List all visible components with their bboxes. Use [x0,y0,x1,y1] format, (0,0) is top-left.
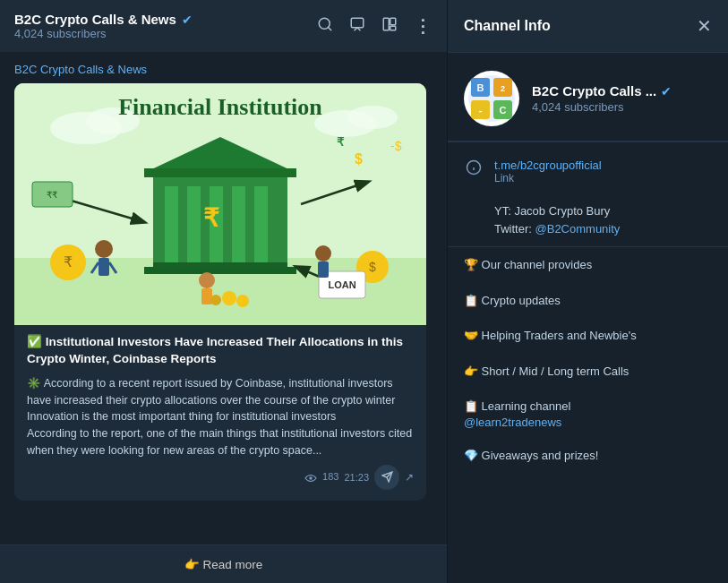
right-panel: Channel Info ✕ B 2 - C B2C Crypto [448,0,728,583]
more-icon[interactable]: ⋮ [414,15,433,37]
feature-2: 📋 Crypto updates [464,292,712,310]
chat-title: B2C Crypto Calls & News [14,12,176,27]
channel-avatar: B 2 - C [464,71,519,126]
reactions-icon[interactable] [349,16,365,37]
svg-rect-17 [232,186,245,262]
message-headline: ✅ Institutional Investors Have Increased… [27,334,414,368]
feature-4: 👉 Short / Mid / Long term Calls [464,363,712,381]
svg-text:-: - [479,105,483,116]
channel-name-block: B2C Crypto Calls ... ✔ 4,024 subscribers [532,83,672,114]
link-label: Link [494,172,712,184]
chat-header: B2C Crypto Calls & News ✔ 4,024 subscrib… [0,0,447,52]
channel-label: B2C Crypto Calls & News [14,63,433,76]
message-body-text: ✳️ According to a recent report issued b… [27,377,412,457]
feature-6: 💎 Giveaways and prizes! [464,447,712,465]
svg-rect-23 [144,267,296,274]
info-item-feature-6: 💎 Giveaways and prizes! [448,438,728,474]
svg-text:₹₹: ₹₹ [47,190,57,200]
message-time: 21:23 [344,472,369,483]
svg-rect-3 [383,18,389,30]
channel-link[interactable]: t.me/b2cgroupofficial [494,159,712,172]
svg-point-43 [199,272,215,288]
info-text-link: t.me/b2cgroupofficial Link [494,159,712,184]
info-twitter: Twitter: @B2Community [494,220,712,238]
svg-rect-20 [144,168,296,177]
twitter-link[interactable]: @B2Community [535,222,621,236]
feature-3-text: 🤝 Helping Traders and Newbie's [464,327,712,345]
channel-info-top: B 2 - C B2C Crypto Calls ... ✔ 4,024 sub… [448,53,728,141]
svg-text:LOAN: LOAN [328,279,355,290]
expand-button[interactable]: ↗ [405,471,414,484]
svg-rect-14 [165,186,178,262]
channel-name: B2C Crypto Calls ... [532,83,656,99]
learning-link[interactable]: @learn2tradenews [464,416,712,429]
svg-rect-15 [187,186,201,262]
share-button[interactable] [374,465,399,490]
svg-text:₹: ₹ [64,254,73,270]
search-icon[interactable] [317,16,333,37]
info-item-feature-2: 📋 Crypto updates [448,283,728,319]
info-list: t.me/b2cgroupofficial Link YT: Jacob Cry… [448,142,728,583]
svg-point-47 [222,291,236,305]
chat-title-row: B2C Crypto Calls & News ✔ [14,12,193,27]
channel-name-row: B2C Crypto Calls ... ✔ [532,83,672,99]
message-content: ✅ Institutional Investors Have Increased… [14,325,426,501]
info-item-link: t.me/b2cgroupofficial Link [448,150,728,193]
svg-text:-$: -$ [390,139,402,153]
feature-1-text: 🏆 Our channel provides [464,256,712,274]
chat-header-left: B2C Crypto Calls & News ✔ 4,024 subscrib… [14,12,193,40]
verified-badge-right: ✔ [661,84,672,99]
feature-5: 📋 Learning channel [464,398,712,416]
svg-point-48 [236,295,249,307]
svg-text:$: $ [369,260,376,274]
chat-header-icons: ⋮ [317,15,433,37]
svg-text:2: 2 [501,84,505,93]
svg-rect-5 [390,26,396,30]
svg-text:B: B [477,82,484,93]
info-item-feature-4: 👉 Short / Mid / Long term Calls [448,354,728,390]
info-item-feature-5: 📋 Learning channel @learn2tradenews [448,389,728,438]
svg-text:C: C [500,105,507,116]
view-count: 183 [304,471,338,482]
info-yt: YT: Jacob Crypto Bury [494,202,712,220]
feature-1: 🏆 Our channel provides [464,256,712,274]
message-footer: 183 21:23 ↗ [27,465,414,493]
svg-point-49 [210,295,221,305]
svg-text:$: $ [355,151,363,167]
info-item-feature-3: 🤝 Helping Traders and Newbie's [448,318,728,354]
svg-text:Financial Institution: Financial Institution [118,94,322,120]
svg-rect-2 [351,18,364,28]
svg-line-1 [328,27,330,30]
message-area: B2C Crypto Calls & News Financial Instit… [0,52,447,544]
message-body: ✳️ According to a recent report issued b… [27,375,414,459]
feature-5-text: 📋 Learning channel @learn2tradenews [464,398,712,429]
feature-4-text: 👉 Short / Mid / Long term Calls [464,363,712,381]
post-image: Financial Institution ₹ [14,83,426,325]
svg-point-50 [309,476,313,480]
message-bubble: Financial Institution ₹ [14,83,426,501]
svg-point-45 [315,245,331,261]
channel-subs: 4,024 subscribers [532,100,672,114]
svg-text:₹: ₹ [337,135,345,149]
verified-badge-left: ✔ [182,13,193,27]
feature-6-text: 💎 Giveaways and prizes! [464,447,712,465]
info-circle-icon [464,159,484,179]
svg-point-39 [95,240,113,258]
svg-text:₹: ₹ [203,204,219,232]
svg-point-10 [347,106,398,129]
feature-2-text: 📋 Crypto updates [464,292,712,310]
svg-rect-18 [254,186,268,262]
info-text-desc: YT: Jacob Crypto Bury Twitter: @B2Commun… [494,202,712,237]
read-more-bar[interactable]: 👉 Read more [0,544,447,583]
info-item-feature-1: 🏆 Our channel provides [448,247,728,283]
svg-rect-4 [390,18,396,25]
svg-rect-44 [201,288,212,304]
svg-rect-40 [98,258,109,276]
read-more-button[interactable]: 👉 Read more [184,558,263,571]
feature-3: 🤝 Helping Traders and Newbie's [464,327,712,345]
close-button[interactable]: ✕ [697,15,712,37]
svg-rect-46 [318,261,329,278]
layout-icon[interactable] [381,16,398,37]
chat-subtitle: 4,024 subscribers [14,27,193,40]
panel-header: Channel Info ✕ [448,0,728,52]
